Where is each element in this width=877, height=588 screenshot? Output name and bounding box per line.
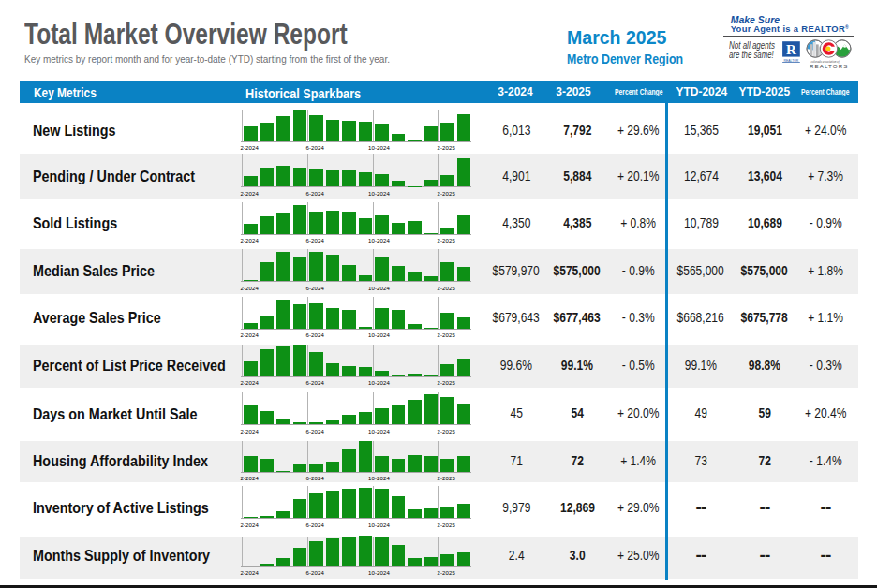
svg-text:REALTORS: REALTORS [810,63,849,69]
svg-text:R: R [786,42,796,57]
svg-text:REALTOR: REALTOR [784,59,799,63]
